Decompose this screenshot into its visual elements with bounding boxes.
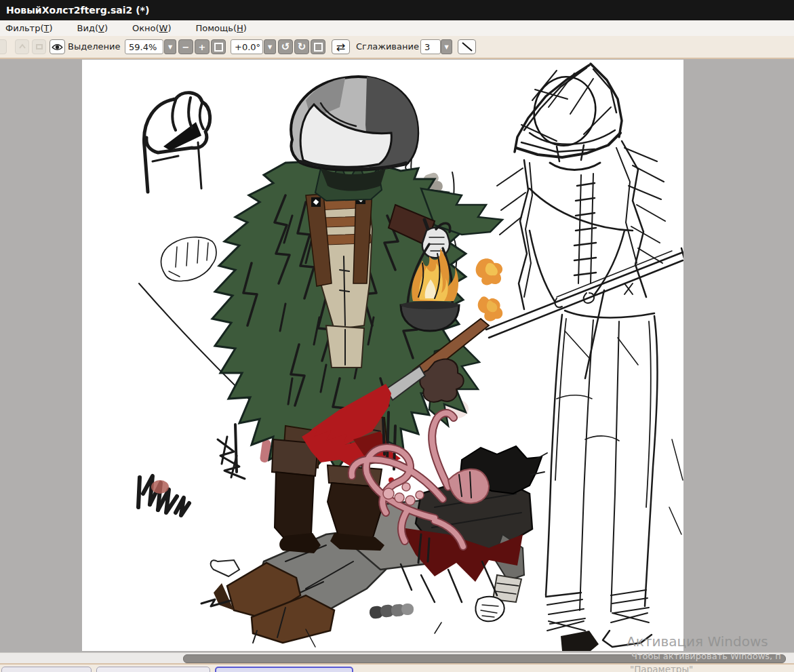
zoom-reset-button[interactable] — [211, 39, 226, 54]
angle-value-field[interactable]: +0.0° — [231, 39, 263, 54]
rotate-cw-button[interactable]: ↻ — [294, 39, 309, 54]
horizontal-scrollbar[interactable] — [0, 652, 794, 663]
drawing-canvas[interactable] — [82, 60, 683, 651]
selection-visibility-button[interactable] — [49, 39, 65, 54]
view-toolbar: Выделение 59.4% ▼ − + +0.0° ▼ ↺ ↻ ⇄ Сгла… — [0, 36, 794, 59]
eye-icon — [52, 43, 63, 52]
minus-icon: − — [182, 42, 190, 52]
horizontal-scrollbar-thumb[interactable] — [183, 654, 786, 663]
chevron-down-icon: ▼ — [444, 44, 448, 50]
artwork — [82, 60, 683, 651]
gray-scribble — [151, 424, 271, 494]
history-button-3 — [32, 39, 46, 54]
zoom-in-button[interactable]: + — [195, 39, 210, 54]
flip-horizontal-button[interactable]: ⇄ — [332, 39, 350, 54]
chevron-down-icon: ▼ — [168, 44, 172, 50]
smoothing-label: Сглаживание — [356, 36, 419, 58]
title-bar: НовыйХолст2fterg.sai2 (*) — [0, 0, 794, 20]
sketch-fist-raised — [144, 93, 210, 192]
sketch-fist-forward — [161, 237, 216, 281]
plus-icon: + — [199, 42, 206, 52]
menu-filter[interactable]: Фильтр(T) — [5, 23, 62, 33]
history-button-1 — [0, 39, 7, 54]
bottom-panel-strip — [0, 663, 794, 672]
diagonal-stroke-icon — [459, 40, 475, 54]
zoom-dropdown-button[interactable]: ▼ — [164, 39, 176, 54]
rotate-ccw-button[interactable]: ↺ — [278, 39, 293, 54]
angle-dropdown-button[interactable]: ▼ — [264, 39, 276, 54]
square-icon — [314, 43, 323, 52]
selection-label: Выделение — [68, 36, 120, 58]
rotate-cw-icon: ↻ — [298, 41, 306, 53]
menu-window[interactable]: Окно(W) — [123, 23, 181, 33]
menu-view[interactable]: Вид(V) — [68, 23, 117, 33]
disabled-icon — [35, 43, 43, 51]
bottom-tab-3-selected[interactable] — [215, 667, 353, 672]
workspace — [0, 59, 794, 652]
stabilizer-stroke-button[interactable] — [458, 39, 476, 54]
bottom-tab-1[interactable] — [1, 667, 92, 672]
menu-bar: Фильтр(T) Вид(V) Окно(W) Помощь(H) — [0, 20, 794, 36]
muted-red-blob — [151, 480, 169, 494]
zoom-value-field[interactable]: 59.4% — [125, 39, 163, 54]
bottom-tab-2[interactable] — [96, 667, 210, 672]
flame-doodles — [476, 258, 503, 321]
sketch-figure — [497, 64, 683, 651]
app-window: НовыйХолст2fterg.sai2 (*) Фильтр(T) Вид(… — [0, 0, 794, 672]
smoothing-value-field[interactable]: 3 — [420, 39, 441, 54]
disabled-icon — [18, 43, 26, 51]
history-button-2 — [15, 39, 29, 54]
flip-horizontal-icon: ⇄ — [336, 41, 345, 54]
rotate-ccw-icon: ↺ — [281, 41, 290, 53]
rotate-reset-button[interactable] — [311, 39, 325, 54]
menu-help[interactable]: Помощь(H) — [186, 23, 256, 33]
window-title: НовыйХолст2fterg.sai2 (*) — [6, 5, 149, 16]
square-icon — [214, 43, 223, 52]
zoom-out-button[interactable]: − — [178, 39, 193, 54]
smoothing-dropdown-button[interactable]: ▼ — [441, 39, 452, 54]
chevron-down-icon: ▼ — [268, 44, 272, 50]
